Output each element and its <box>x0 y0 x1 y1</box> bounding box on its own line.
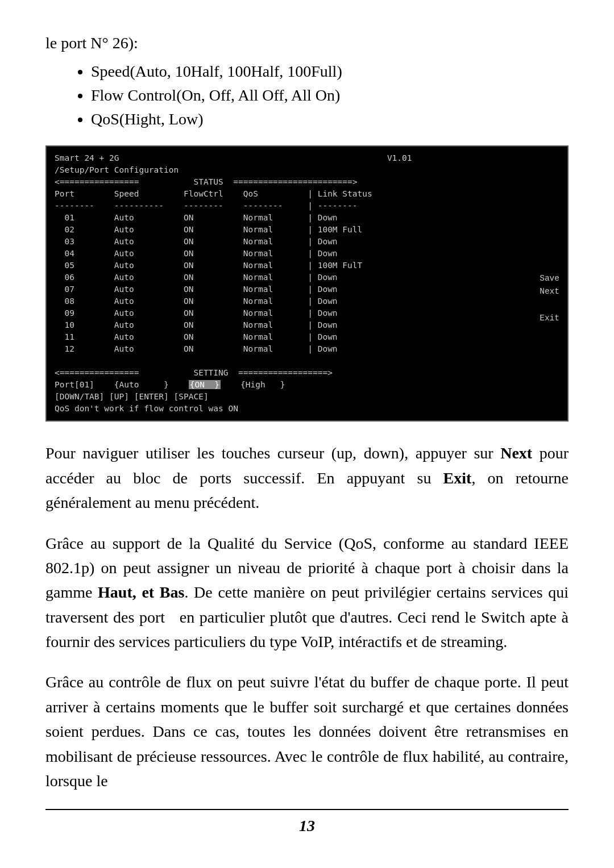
terminal-screenshot: Smart 24 + 2G V1.01 /Setup/Port Configur… <box>45 145 569 422</box>
bullet-qos: QoS(Hight, Low) <box>91 110 569 128</box>
terminal-controls: [DOWN/TAB] [UP] [ENTER] [SPACE] QoS don'… <box>55 391 559 415</box>
haut-bas-bold: Haut, et Bas <box>98 583 184 601</box>
nav-paragraph: Pour naviguer utiliser les touches curse… <box>45 441 569 515</box>
next-bold: Next <box>500 444 532 462</box>
intro-line: le port N° 26): <box>45 34 569 52</box>
flow-paragraph: Grâce au contrôle de flux on peut suivre… <box>45 670 569 793</box>
save-next-exit-panel: Save Next Exit <box>540 272 559 325</box>
bullet-flowctrl: Flow Control(On, Off, All Off, All On) <box>91 86 569 105</box>
save-label[interactable]: Save <box>540 274 559 283</box>
terminal-content: Smart 24 + 2G V1.01 /Setup/Port Configur… <box>55 152 559 391</box>
page-number: 13 <box>45 809 569 835</box>
exit-bold: Exit <box>443 469 472 487</box>
exit-label[interactable]: Exit <box>540 314 559 323</box>
qos-paragraph: Grâce au support de la Qualité du Servic… <box>45 531 569 654</box>
bullet-speed: Speed(Auto, 10Half, 100Half, 100Full) <box>91 62 569 81</box>
feature-list: Speed(Auto, 10Half, 100Half, 100Full) Fl… <box>91 62 569 128</box>
next-label[interactable]: Next <box>540 287 559 296</box>
